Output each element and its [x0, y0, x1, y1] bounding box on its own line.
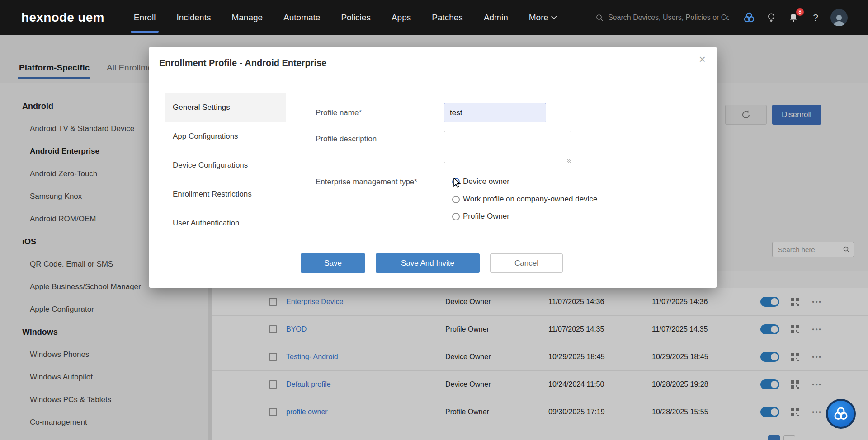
nav-admin[interactable]: Admin	[473, 0, 519, 35]
modal-nav-general-settings[interactable]: General Settings	[165, 93, 286, 122]
nav-label: Enroll	[134, 0, 156, 35]
nav-label: Incidents	[176, 0, 211, 35]
close-icon[interactable]: ×	[699, 53, 706, 65]
radio-label: Profile Owner	[463, 212, 509, 221]
nav-label: Policies	[341, 0, 370, 35]
nav-automate[interactable]: Automate	[273, 0, 330, 35]
modal-nav-enrollment-restrictions[interactable]: Enrollment Restrictions	[165, 180, 286, 209]
modal-divider	[294, 93, 294, 237]
nav-label: Automate	[283, 0, 320, 35]
nav-more[interactable]: More	[519, 0, 566, 35]
search-icon	[595, 14, 604, 22]
nav-incidents[interactable]: Incidents	[166, 0, 221, 35]
radio-device-owner[interactable]: Device owner	[452, 177, 509, 186]
modal-nav: General Settings App Configurations Devi…	[165, 93, 286, 238]
enrollment-profile-modal: Enrollment Profile - Android Enterprise …	[149, 47, 717, 288]
nav-apps[interactable]: Apps	[381, 0, 421, 35]
navbar-icons: 8 ?	[742, 9, 848, 26]
nav-label: Patches	[432, 0, 463, 35]
save-button[interactable]: Save	[301, 253, 365, 273]
nav-manage[interactable]: Manage	[221, 0, 273, 35]
profile-description-label: Profile description	[316, 135, 377, 144]
profile-name-input[interactable]	[444, 103, 546, 122]
tips-lightbulb-icon[interactable]	[764, 10, 778, 25]
radio-button-checked[interactable]	[452, 178, 460, 186]
radio-profile-owner[interactable]: Profile Owner	[452, 212, 509, 221]
nav-label: More	[529, 0, 548, 35]
notifications-bell-icon[interactable]: 8	[786, 10, 801, 25]
nav-label: Admin	[484, 0, 508, 35]
nav-label: Manage	[231, 0, 263, 35]
save-and-invite-button[interactable]: Save And Invite	[376, 253, 480, 273]
cancel-button[interactable]: Cancel	[490, 253, 563, 273]
modal-nav-user-authentication[interactable]: User Authentication	[165, 209, 286, 238]
radio-button[interactable]	[452, 213, 460, 220]
modal-title: Enrollment Profile - Android Enterprise	[159, 58, 326, 68]
top-navbar: hexnode uem Enroll Incidents Manage Auto…	[0, 0, 868, 35]
global-search	[595, 14, 729, 22]
modal-nav-device-configurations[interactable]: Device Configurations	[165, 151, 286, 180]
hexnode-uem-logo[interactable]: hexnode uem	[21, 10, 104, 25]
nav-enroll[interactable]: Enroll	[123, 0, 166, 35]
profile-name-label: Profile name*	[316, 108, 362, 117]
notification-count-badge: 8	[796, 8, 804, 16]
modal-nav-app-configurations[interactable]: App Configurations	[165, 122, 286, 151]
chevron-down-icon	[551, 14, 557, 19]
radio-label: Work profile on company-owned device	[463, 195, 597, 204]
management-type-label: Enterprise management type*	[316, 178, 417, 187]
nav-label: Apps	[392, 0, 411, 35]
radio-button[interactable]	[452, 196, 460, 203]
user-avatar[interactable]	[830, 9, 848, 26]
hexnode-chat-fab[interactable]	[826, 399, 856, 429]
help-icon[interactable]: ?	[808, 10, 823, 25]
hexnode-genie-icon[interactable]	[742, 10, 756, 25]
global-search-input[interactable]	[608, 14, 729, 22]
main-nav: Enroll Incidents Manage Automate Policie…	[123, 0, 566, 35]
textarea-resize-handle[interactable]	[567, 159, 571, 163]
radio-work-profile-company-owned[interactable]: Work profile on company-owned device	[452, 195, 597, 204]
nav-patches[interactable]: Patches	[421, 0, 473, 35]
nav-policies[interactable]: Policies	[330, 0, 381, 35]
radio-label: Device owner	[463, 177, 509, 186]
hexnode-logo-icon	[833, 406, 849, 421]
profile-description-textarea[interactable]	[444, 131, 571, 163]
